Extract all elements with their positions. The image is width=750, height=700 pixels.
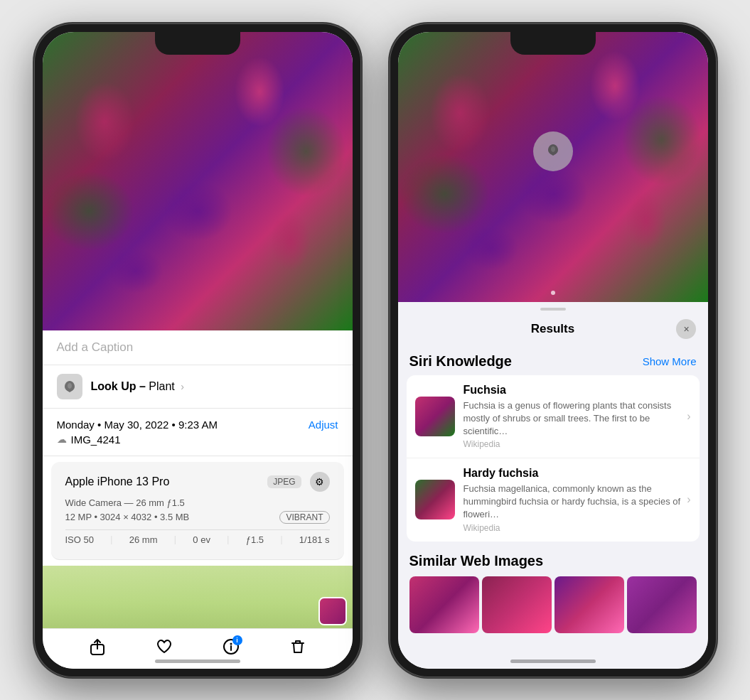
lookup-label: Look Up – Plant ›	[91, 380, 184, 393]
specs: 12 MP • 3024 × 4032 • 3.5 MB	[65, 512, 190, 522]
results-title: Results	[531, 322, 574, 336]
similar-images	[409, 576, 697, 633]
lookup-row[interactable]: Look Up – Plant ›	[43, 365, 353, 409]
hardy-fuchsia-item[interactable]: Hardy fuchsia Fuchsia magellanica, commo…	[407, 458, 700, 542]
lookup-icon	[57, 374, 82, 399]
similar-img-2[interactable]	[482, 576, 552, 633]
metadata-section: Monday • May 30, 2022 • 9:23 AM Adjust ☁…	[43, 409, 353, 456]
siri-knowledge-header: Siri Knowledge Show More	[398, 348, 708, 375]
similar-section: Similar Web Images	[398, 544, 708, 637]
fuchsia-name: Fuchsia	[464, 384, 682, 397]
left-phone: Add a Caption Look Up – Plant ›	[34, 23, 361, 677]
share-button[interactable]	[88, 637, 107, 660]
fuchsia-desc: Fuchsia is a genus of flowering plants t…	[464, 399, 682, 438]
right-screen: Results × Siri Knowledge Show More	[398, 32, 708, 669]
focal: 26 mm	[129, 534, 158, 545]
sheet-handle	[540, 308, 566, 311]
adjust-btn[interactable]: Adjust	[309, 419, 338, 431]
knowledge-card: Fuchsia Fuchsia is a genus of flowering …	[407, 375, 700, 542]
ev: 0 ev	[193, 534, 210, 545]
results-sheet: Results × Siri Knowledge Show More	[398, 302, 708, 669]
notch	[155, 32, 240, 55]
meta-filename: ☁ IMG_4241	[57, 434, 338, 446]
similar-img-4[interactable]	[627, 576, 697, 633]
exif-row: ISO 50 | 26 mm | 0 ev | ƒ1.5 | 1/181 s	[65, 529, 330, 549]
caption-area[interactable]: Add a Caption	[43, 330, 353, 365]
like-button[interactable]	[155, 637, 173, 660]
meta-date: Monday • May 30, 2022 • 9:23 AM	[57, 419, 218, 431]
fuchsia-text: Fuchsia Fuchsia is a genus of flowering …	[464, 384, 682, 450]
fuchsia-item[interactable]: Fuchsia Fuchsia is a genus of flowering …	[407, 375, 700, 459]
fuchsia-thumb	[415, 397, 455, 436]
siri-knowledge-title: Siri Knowledge	[409, 353, 512, 370]
close-button[interactable]: ×	[676, 319, 696, 339]
vibrant-badge: VIBRANT	[279, 511, 329, 524]
fuchsia-chevron: ›	[687, 410, 690, 423]
iso: ISO 50	[65, 534, 94, 545]
settings-icon[interactable]: ⚙	[310, 472, 330, 492]
caption-placeholder: Add a Caption	[57, 340, 134, 354]
svg-point-2	[230, 642, 232, 645]
dot-indicator	[551, 291, 555, 295]
hardy-thumb	[415, 480, 455, 519]
map-area[interactable]	[43, 566, 353, 628]
right-home-indicator	[510, 659, 596, 663]
similar-img-1[interactable]	[409, 576, 479, 633]
hardy-chevron: ›	[687, 493, 690, 506]
fuchsia-source: Wikipedia	[464, 439, 682, 449]
similar-title: Similar Web Images	[409, 553, 697, 569]
device-name: Apple iPhone 13 Pro	[65, 475, 170, 488]
hardy-text: Hardy fuchsia Fuchsia magellanica, commo…	[464, 467, 682, 533]
similar-img-3[interactable]	[555, 576, 624, 633]
camera-details: Wide Camera — 26 mm ƒ1.5	[65, 497, 330, 508]
left-screen: Add a Caption Look Up – Plant ›	[43, 32, 353, 669]
hardy-name: Hardy fuchsia	[464, 467, 682, 480]
shutter: 1/181 s	[299, 534, 330, 545]
visual-look-badge	[533, 131, 573, 171]
aperture: ƒ1.5	[246, 534, 264, 545]
photo-area[interactable]	[43, 32, 353, 330]
results-header: Results ×	[398, 316, 708, 348]
hardy-source: Wikipedia	[464, 523, 682, 533]
device-section: Apple iPhone 13 Pro JPEG ⚙ Wide Camera —…	[51, 462, 344, 560]
hardy-desc: Fuchsia magellanica, commonly known as t…	[464, 483, 682, 522]
delete-button[interactable]	[289, 637, 307, 660]
right-notch	[510, 32, 596, 55]
format-badge: JPEG	[267, 475, 301, 488]
right-photo-area	[398, 32, 708, 302]
show-more-btn[interactable]: Show More	[643, 355, 697, 367]
home-indicator	[155, 659, 240, 663]
right-phone: Results × Siri Knowledge Show More	[390, 23, 717, 677]
info-button[interactable]: i	[222, 637, 240, 660]
